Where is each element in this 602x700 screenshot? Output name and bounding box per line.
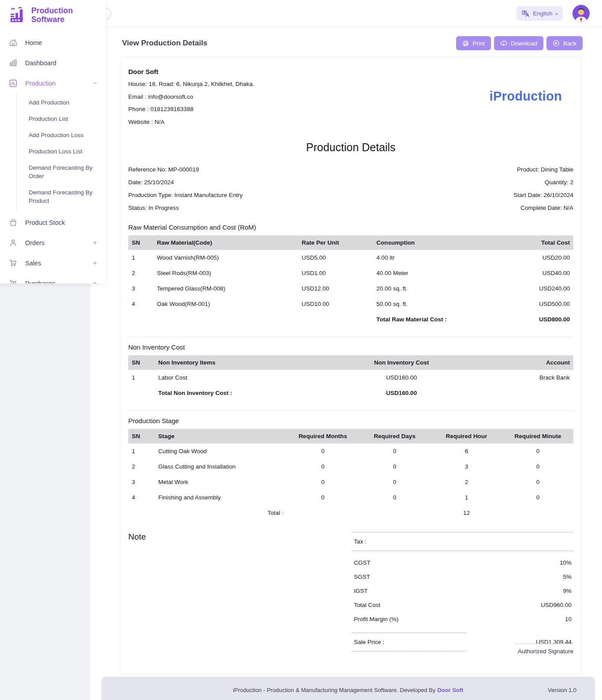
total-cost-value: USD960.00 [541,602,572,608]
print-button[interactable]: Print [456,36,491,50]
iproduction-logo: iProduction [490,89,562,104]
sidebar-item-purchases[interactable]: Purchases + [0,273,106,283]
brand-name-line1: Production [31,6,73,15]
table-total-row: Total Non Inventory Cost : USD160.00 [128,385,573,401]
factory-logo-icon [9,6,26,24]
table-row: 2Glass Cutting and Installation 00 30 [128,459,573,474]
app-logo[interactable]: Production Software [0,0,106,29]
tax-value: 5% [563,573,572,580]
translate-icon [522,10,530,18]
production-meta-left: Reference No: MP-000019 Date: 25/10/2024… [128,166,242,217]
sidebar-item-label: Dashboard [25,60,56,67]
tax-label: SGST [354,573,370,580]
sidebar-item-add-production[interactable]: Add Production [29,94,100,111]
col-required-months: Required Months [287,429,359,443]
stage-total-value: 12 [431,505,502,521]
dashboard-icon [9,59,18,67]
production-status: Status: In Progress [128,205,242,211]
section-divider [128,337,573,337]
sidebar-item-label: Production [25,80,56,87]
language-label: English [533,10,552,17]
top-header-bar: ‹ English ▾ [90,0,602,27]
table-row: 1 Labor Cost USD160.00 Brack Bank [128,370,573,385]
sidebar-item-demand-forecasting-by-order[interactable]: Demand Forecasting By Order [29,160,100,184]
main-content-area: ‹ English ▾ View Production [90,0,602,700]
section-divider [128,410,573,411]
app-footer: iProduction - Production & Manufacturing… [101,677,595,700]
tax-value: 10% [560,559,572,566]
col-required-hour: Required Hour [431,429,502,443]
footer-brand-link[interactable]: Door Soft [437,687,463,693]
sidebar-item-label: Sales [25,260,41,267]
production-icon [9,79,18,88]
col-required-minute: Required Minute [502,429,573,443]
col-cost: Non Inventory Cost [322,355,481,370]
caret-down-icon: ▾ [555,12,557,16]
col-stage: Stage [155,429,287,443]
profit-margin-label: Profit Margin (%) [354,616,398,622]
table-row: 4Finishing and Assembly 00 10 [128,490,573,505]
table-row: 4Oak Wood(RM-001) USD10.0050.00 sq. ft. … [128,296,573,312]
sidebar-item-home[interactable]: Home [0,33,106,53]
col-rate: Rate Per Unit [298,235,373,250]
back-button-label: Back [563,40,576,47]
production-submenu: Add Production Production List Add Produ… [16,93,106,210]
signature-label: Authorized Signature [515,644,573,655]
col-items: Non Inventory Items [155,355,322,370]
collapse-minus-icon[interactable]: − [93,79,97,87]
sidebar-item-product-stock[interactable]: Product Stock [0,212,106,233]
tax-label: CGST [354,559,371,566]
sidebar-item-demand-forecasting-by-product[interactable]: Demand Forecasting By Product [29,184,100,209]
sidebar-item-label: Home [25,39,42,46]
sidebar-item-add-production-loss[interactable]: Add Production Loss [29,127,100,143]
language-selector[interactable]: English ▾ [517,6,563,21]
sidebar: Production Software Home [0,0,106,283]
footer-version: Version 1.0 [548,687,576,693]
tax-value: 9% [563,588,572,594]
sidebar-item-dashboard[interactable]: Dashboard [0,53,106,73]
rom-total-label: Total Raw Material Cost : [373,312,535,327]
table-row: 2Steel Rods(RM-003) USD1.0040.00 Meter U… [128,265,573,281]
expand-plus-icon[interactable]: + [93,279,97,283]
back-circle-icon [553,40,560,47]
company-phone: Phone : 0181239163388 [128,106,573,112]
sidebar-item-production[interactable]: Production − [0,73,106,93]
page-title: View Production Details [122,39,207,48]
expand-plus-icon[interactable]: + [93,239,97,247]
table-header-row: SN Non Inventory Items Non Inventory Cos… [128,355,573,370]
non-inventory-total-value: USD160.00 [322,385,481,401]
cloud-download-icon [500,40,507,47]
sidebar-item-production-loss-list[interactable]: Production Loss List [29,143,100,160]
sidebar-item-sales[interactable]: Sales + [0,253,106,273]
col-required-days: Required Days [359,429,431,443]
expand-plus-icon[interactable]: + [93,259,97,267]
table-row: 1Wood Varnish(RM-005) USD5.004.00 ltr US… [128,250,573,265]
table-row: 3Metal Work 00 20 [128,474,573,490]
authorized-signature-block: Authorized Signature [515,644,573,655]
rom-total-value: USD800.00 [535,312,573,327]
note-title: Note [128,532,352,542]
tax-summary: Tax : CGST 10% SGST 5% IGST 9% [352,532,573,652]
download-button-label: Download [511,40,537,47]
production-details-card: Door Soft House: 18, Road: 6, Nikunja 2,… [120,57,582,674]
download-button[interactable]: Download [494,36,543,50]
complete-date: Complete Date: N/A [513,205,573,211]
back-button[interactable]: Back [546,36,583,50]
sidebar-item-label: Orders [25,239,45,246]
sidebar-item-production-list[interactable]: Production List [29,111,100,127]
table-row: 1Cutting Oak Wood 00 60 [128,443,573,459]
product-name: Product: Dining Table [513,166,573,173]
sidebar-item-orders[interactable]: Orders + [0,233,106,253]
non-inventory-total-label: Total Non Inventory Cost : [155,385,322,401]
col-account: Account [481,355,573,370]
production-stage-table: SN Stage Required Months Required Days R… [128,429,573,521]
sidebar-item-label: Product Stock [25,219,65,226]
brand-name-line2: Software [31,15,73,24]
user-avatar[interactable] [572,5,590,22]
stage-section-title: Production Stage [128,417,573,424]
production-meta-right: Product: Dining Table Quantity: 2 Start … [513,166,573,217]
print-button-label: Print [472,40,485,47]
sales-cart-icon [9,259,18,268]
non-inventory-table: SN Non Inventory Items Non Inventory Cos… [128,355,573,401]
raw-material-table: SN Raw Material(Code) Rate Per Unit Cons… [128,235,573,327]
